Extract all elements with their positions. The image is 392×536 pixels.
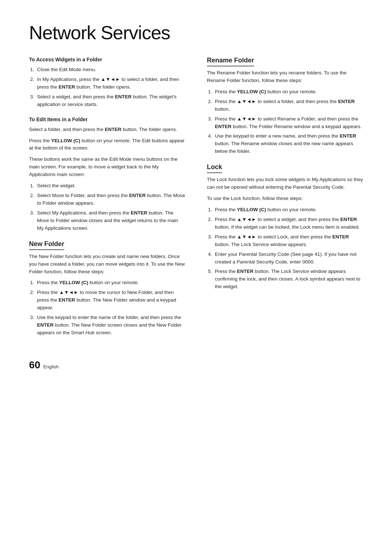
lock-heading: Lock xyxy=(207,163,222,173)
lock-section: Lock The Lock function lets you lock som… xyxy=(207,163,363,291)
list-item: Press the ENTER button. The Lock Service… xyxy=(213,268,363,291)
lock-steps: Press the YELLOW (C) button on your remo… xyxy=(213,206,363,291)
left-column: To Access Widgets in a Folder Close the … xyxy=(29,57,185,345)
rename-folder-steps: Press the YELLOW (C) button on your remo… xyxy=(213,88,363,155)
list-item: Press the ▲▼◄► to select Rename a Folder… xyxy=(213,115,363,131)
page-title: Network Services xyxy=(29,22,363,44)
list-item: Press the ▲▼◄► to select Lock, and then … xyxy=(213,233,363,249)
access-widgets-heading: To Access Widgets in a Folder xyxy=(29,57,185,62)
list-item: Press the ▲▼◄► to select a widget, and t… xyxy=(213,216,363,231)
edit-items-para3: These buttons work the same as the Edit … xyxy=(29,156,185,179)
rename-folder-heading: Rename Folder xyxy=(207,57,254,66)
list-item: Use the keypad to enter the name of the … xyxy=(36,314,185,337)
right-column: Rename Folder The Rename Folder function… xyxy=(207,57,363,345)
list-item: Use the keypad to enter a new name, and … xyxy=(213,132,363,155)
new-folder-heading: New Folder xyxy=(29,240,64,250)
list-item: Press the ▲▼◄► to select a folder, and t… xyxy=(213,98,363,113)
list-item: Select a widget, and then press the ENTE… xyxy=(36,93,185,109)
list-item: In My Applications, press the ▲▼◄► to se… xyxy=(36,76,185,91)
list-item: Press the YELLOW (C) button on your remo… xyxy=(36,279,185,287)
list-item: Close the Edit Mode menu. xyxy=(36,66,185,74)
list-item: Enter your Parental Security Code (See p… xyxy=(213,251,363,266)
new-folder-steps: Press the YELLOW (C) button on your remo… xyxy=(36,279,185,336)
rename-folder-intro: The Rename Folder function lets you rena… xyxy=(207,69,363,85)
access-widgets-section: To Access Widgets in a Folder Close the … xyxy=(29,57,185,109)
page-number: 60 xyxy=(29,359,40,371)
edit-items-para1: Select a folder, and then press the ENTE… xyxy=(29,126,185,134)
page-language: English xyxy=(43,364,59,369)
rename-folder-section: Rename Folder The Rename Folder function… xyxy=(207,57,363,155)
new-folder-intro: The New Folder function lets you create … xyxy=(29,253,185,276)
list-item: Select My Applications, and then press t… xyxy=(36,209,185,232)
edit-items-para2: Press the YELLOW (C) button on your remo… xyxy=(29,137,185,152)
page-number-area: 60 English xyxy=(29,359,363,371)
list-item: Press the YELLOW (C) button on your remo… xyxy=(213,88,363,96)
new-folder-section: New Folder The New Folder function lets … xyxy=(29,240,185,337)
access-widgets-steps: Close the Edit Mode menu. In My Applicat… xyxy=(36,66,185,109)
edit-items-heading: To Edit Items in a Folder xyxy=(29,116,185,122)
list-item: Select the widget. xyxy=(36,182,185,190)
lock-para1: The Lock function lets you lock some wid… xyxy=(207,176,363,191)
lock-para2: To use the Lock function, follow these s… xyxy=(207,195,363,202)
list-item: Press the YELLOW (C) button on your remo… xyxy=(213,206,363,214)
edit-items-steps: Select the widget. Select Move to Folder… xyxy=(36,182,185,232)
edit-items-section: To Edit Items in a Folder Select a folde… xyxy=(29,116,185,232)
list-item: Select Move to Folder, and then press th… xyxy=(36,192,185,207)
list-item: Press the ▲▼◄► to move the cursor to New… xyxy=(36,289,185,312)
